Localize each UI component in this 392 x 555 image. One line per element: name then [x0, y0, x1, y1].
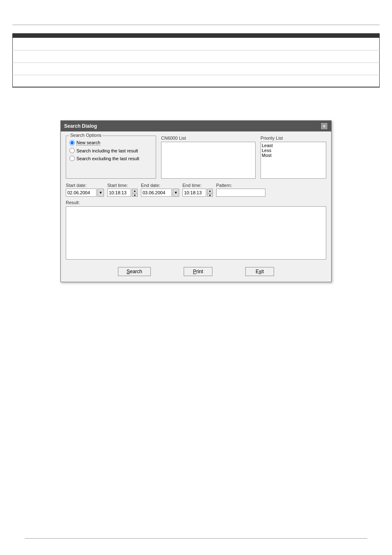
result-box[interactable]	[66, 206, 326, 260]
table-row	[13, 38, 380, 50]
radio-exclude-label: Search excluding the last result	[76, 156, 139, 161]
start-time-input[interactable]	[107, 189, 131, 197]
table-row	[13, 50, 380, 62]
table-cell-value	[95, 62, 380, 75]
pattern-input-row	[216, 189, 265, 197]
dialog-btn-row: Search Print Exit	[66, 264, 326, 278]
start-date-input[interactable]	[66, 189, 97, 197]
start-time-label: Start time:	[107, 183, 138, 188]
spinner-down-icon[interactable]: ▼	[132, 193, 137, 197]
dialog-top-row: Search Options New search Search includi…	[66, 136, 326, 179]
dialog-body: Search Options New search Search includi…	[61, 131, 331, 282]
data-table	[12, 33, 380, 88]
start-date-group: Start date: ▼	[66, 183, 104, 197]
radio-exclude-last[interactable]	[69, 156, 75, 161]
table-cell-name	[13, 75, 95, 87]
result-label: Result:	[66, 200, 326, 205]
start-time-input-row: ▲ ▼	[107, 189, 138, 197]
table-cell-value	[95, 75, 380, 87]
spinner-down-icon[interactable]: ▼	[208, 193, 212, 197]
end-time-input-row: ▲ ▼	[182, 189, 213, 197]
priority-section: Priority List Least Less Most	[261, 136, 326, 179]
table-cell-name	[13, 62, 95, 75]
datetime-row: Start date: ▼ Start time: ▲ ▼	[66, 183, 326, 197]
start-time-spinner[interactable]: ▲ ▼	[132, 189, 138, 197]
pattern-label: Pattern:	[216, 183, 265, 188]
dialog-close-button[interactable]: ×	[321, 122, 328, 130]
list-item[interactable]: Most	[262, 153, 325, 158]
pattern-input[interactable]	[216, 189, 265, 197]
pattern-group: Pattern:	[216, 183, 265, 197]
cn6000-listbox[interactable]	[161, 142, 256, 179]
col-header-name	[13, 34, 95, 38]
end-date-label: End date:	[141, 183, 179, 188]
dialog-area: Search Dialog × Search Options New searc…	[12, 120, 380, 282]
list-item[interactable]: Least	[262, 143, 325, 148]
spinner-up-icon[interactable]: ▲	[208, 189, 212, 193]
result-section: Result:	[66, 200, 326, 260]
priority-listbox[interactable]: Least Less Most	[261, 142, 326, 179]
end-time-group: End time: ▲ ▼	[182, 183, 213, 197]
radio-include-last[interactable]	[69, 148, 75, 153]
end-time-spinner[interactable]: ▲ ▼	[207, 189, 213, 197]
end-time-input[interactable]	[182, 189, 206, 197]
bottom-rule	[25, 538, 367, 539]
table-section	[12, 33, 380, 88]
table-row	[13, 62, 380, 75]
start-date-input-row: ▼	[66, 189, 104, 197]
radio-new-search[interactable]	[69, 140, 75, 145]
end-date-input-row: ▼	[141, 189, 179, 197]
end-date-group: End date: ▼	[141, 183, 179, 197]
search-options-legend: Search Options	[69, 133, 102, 138]
table-row	[13, 75, 380, 87]
radio-new-search-label: New search	[76, 140, 100, 145]
exit-button[interactable]: Exit	[245, 267, 274, 276]
end-date-input[interactable]	[141, 189, 172, 197]
table-cell-value	[95, 50, 380, 62]
dialog-title: Search Dialog	[64, 123, 97, 129]
cn6000-label: CN6000 List	[161, 136, 256, 140]
start-time-group: Start time: ▲ ▼	[107, 183, 138, 197]
exit-btn-label: Exit	[256, 269, 264, 274]
print-button[interactable]: Print	[184, 267, 212, 276]
start-date-dropdown[interactable]: ▼	[97, 189, 104, 197]
spinner-up-icon[interactable]: ▲	[132, 189, 137, 193]
start-date-label: Start date:	[66, 183, 104, 188]
radio-include-label: Search including the last result	[76, 148, 138, 153]
print-btn-label: Print	[193, 269, 203, 274]
col-header-value	[95, 34, 380, 38]
table-cell-value	[95, 38, 380, 50]
search-btn-label: Search	[127, 269, 142, 274]
radio-include-row: Search including the last result	[69, 148, 152, 153]
table-cell-name	[13, 38, 95, 50]
priority-label: Priority List	[261, 136, 326, 140]
search-dialog: Search Dialog × Search Options New searc…	[60, 120, 332, 282]
top-rule	[12, 25, 380, 25]
dialog-titlebar: Search Dialog ×	[61, 121, 331, 131]
cn6000-section: CN6000 List	[161, 136, 256, 179]
end-date-dropdown[interactable]: ▼	[173, 189, 179, 197]
search-options-group: Search Options New search Search includi…	[66, 136, 156, 179]
end-time-label: End time:	[182, 183, 213, 188]
search-button[interactable]: Search	[118, 267, 151, 276]
radio-exclude-row: Search excluding the last result	[69, 156, 152, 161]
radio-new-search-row: New search	[69, 140, 152, 145]
list-item[interactable]: Less	[262, 148, 325, 153]
table-cell-name	[13, 50, 95, 62]
